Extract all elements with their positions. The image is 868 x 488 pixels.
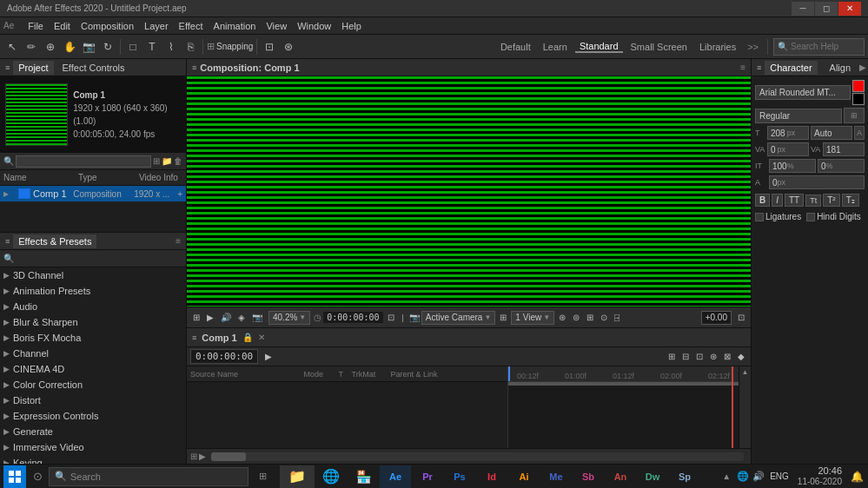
timecode-icon[interactable]: ◷	[314, 313, 321, 322]
help-search-input[interactable]	[791, 42, 860, 51]
menu-file[interactable]: File	[23, 17, 49, 35]
view-dropdown[interactable]: 1 View ▼	[511, 311, 554, 325]
hidden-icons-btn[interactable]: ▲	[719, 468, 733, 485]
hand-tool[interactable]: ✋	[61, 38, 78, 56]
notification-btn[interactable]: 🔔	[849, 465, 865, 488]
hindi-checkbox[interactable]	[806, 213, 815, 221]
brush-tool[interactable]: ⌇	[162, 38, 180, 56]
menu-window[interactable]: Window	[292, 17, 336, 35]
minimize-button[interactable]: ─	[792, 2, 814, 16]
pen-tool[interactable]: ✏	[23, 38, 40, 56]
effects-cat-3d-channel[interactable]: ▶ Animation Presets	[0, 283, 186, 299]
char-panel-menu[interactable]: ≡	[757, 63, 761, 72]
taskbar-ps[interactable]: Ps	[444, 465, 475, 488]
workspace-standard[interactable]: Standard	[575, 41, 623, 53]
comp-viewer-pin[interactable]: ≡	[740, 63, 745, 72]
timeline-close[interactable]: ✕	[258, 333, 265, 342]
file-add-btn[interactable]: +	[177, 189, 182, 199]
ligatures-check[interactable]: Ligatures	[755, 212, 801, 221]
effects-cat-color-correction[interactable]: ▶ Color Correction	[0, 377, 186, 392]
help-search-container[interactable]: 🔍	[773, 38, 865, 56]
tab-effects[interactable]: Effects & Presets	[13, 234, 96, 248]
effects-cat-blur-sharpen[interactable]: ▶ Blur & Sharpen	[0, 314, 186, 330]
camera-icon[interactable]: 📷	[409, 313, 420, 322]
color-correct-btn[interactable]: ⊙	[598, 313, 610, 322]
taskbar-explorer[interactable]: 📁	[280, 465, 315, 488]
workspace-small-screen[interactable]: Small Screen	[626, 42, 692, 52]
menu-composition[interactable]: Composition	[76, 17, 139, 35]
sound-btn[interactable]: 🔊	[218, 313, 234, 322]
effects-cat-cinema4d[interactable]: ▶ CINEMA 4D	[0, 361, 186, 377]
effects-cat-keying[interactable]: ▶ Keying	[0, 455, 186, 464]
effects-cat-expression-controls[interactable]: ▶ Expression Controls	[0, 408, 186, 424]
rotate-tool[interactable]: ↻	[99, 38, 116, 56]
smallcaps-btn[interactable]: Tt	[805, 195, 821, 207]
tl-scrollbar[interactable]	[211, 452, 744, 461]
taskbar-ai[interactable]: Ai	[508, 465, 540, 488]
tl-bottom-btn1[interactable]: ⊞	[190, 452, 197, 461]
taskbar-me[interactable]: Me	[540, 465, 572, 488]
effects-cat-audio[interactable]: ▶ Audio	[0, 299, 186, 314]
project-filter-icon[interactable]: ⊞	[153, 156, 160, 166]
tl-trim-btn[interactable]: ⊡	[693, 352, 706, 361]
effects-cat-distort[interactable]: ▶ Distort	[0, 392, 186, 408]
menu-layer[interactable]: Layer	[139, 17, 174, 35]
zoom-dropdown[interactable]: 40.2% ▼	[268, 311, 310, 325]
taskbar-id[interactable]: Id	[476, 465, 507, 488]
project-panel-menu[interactable]: ≡	[5, 63, 10, 72]
hindi-digits-check[interactable]: Hindi Digits	[806, 212, 861, 221]
effects-cat-animation-presets[interactable]: ▶ 3D Channel	[0, 267, 186, 283]
project-search-input[interactable]	[16, 155, 151, 168]
comp-expand-btn[interactable]: ⊡	[735, 313, 747, 322]
stroke-color-swatch[interactable]	[852, 93, 865, 105]
language-indicator[interactable]: ENG	[768, 472, 791, 481]
italic-btn[interactable]: I	[772, 194, 783, 207]
taskbar-ae[interactable]: Ae	[380, 465, 411, 488]
tl-keyframe-btn[interactable]: ◆	[735, 352, 747, 361]
snap-comp-btn[interactable]: ⊡	[385, 313, 397, 322]
close-button[interactable]: ✕	[838, 2, 861, 16]
rect-tool[interactable]: □	[124, 38, 142, 56]
taskbar-edge[interactable]: 🌐	[315, 465, 347, 488]
tl-timecode[interactable]: 0:00:00:00	[190, 349, 258, 364]
text-tool[interactable]: T	[143, 38, 161, 56]
taskbar-store[interactable]: 🏪	[348, 465, 379, 488]
effects-cat-immersive-video[interactable]: ▶ Immersive Video	[0, 439, 186, 455]
tl-collapse-btn[interactable]: ▲	[742, 368, 749, 376]
taskbar-an[interactable]: An	[605, 465, 636, 488]
transparency-btn[interactable]: ⊛	[556, 313, 568, 322]
zoom-tool[interactable]: ⊕	[42, 38, 59, 56]
taskbar-pr[interactable]: Pr	[412, 465, 443, 488]
tracking-input[interactable]: 181	[823, 142, 865, 156]
camera-dropdown[interactable]: Active Camera ▼	[421, 311, 496, 325]
grid-btn[interactable]: ⊞	[584, 313, 596, 322]
clock-display[interactable]: 20:46 11-06-2020	[794, 465, 845, 487]
camera-tool[interactable]: 📷	[80, 38, 97, 56]
tl-play-btn[interactable]: ▶	[261, 352, 276, 361]
expand-arrow-comp1[interactable]: ▶	[3, 188, 16, 200]
menu-effect[interactable]: Effect	[174, 17, 209, 35]
start-button[interactable]	[3, 465, 26, 488]
font-style-field[interactable]: Regular	[755, 109, 842, 123]
effects-cat-boris[interactable]: ▶ Boris FX Mocha	[0, 330, 186, 346]
h-scale-input[interactable]: 100 %	[769, 159, 816, 173]
menu-view[interactable]: View	[261, 17, 292, 35]
region-interest-btn[interactable]: ⊜	[570, 313, 582, 322]
taskbar-dw[interactable]: Dw	[637, 465, 668, 488]
menu-edit[interactable]: Edit	[49, 17, 76, 35]
tab-character[interactable]: Character	[765, 61, 817, 75]
leading-input-container[interactable]: Auto	[811, 126, 852, 140]
clone-tool[interactable]: ⎘	[182, 38, 199, 56]
file-row-comp1[interactable]: ▶ Comp 1 Composition 1920 x ... +	[0, 186, 186, 201]
tl-snap-btn[interactable]: ⊠	[721, 352, 733, 361]
reset-btn[interactable]: ⊞	[190, 313, 202, 322]
allcaps-btn[interactable]: TT	[785, 194, 804, 207]
workspace-learn[interactable]: Learn	[539, 42, 572, 52]
project-delete[interactable]: 🗑	[174, 156, 182, 166]
preview-play-btn[interactable]: ▶	[204, 313, 216, 322]
tl-lift-btn[interactable]: ⊞	[666, 352, 678, 361]
timecode-value[interactable]: 0:00:00:00	[323, 312, 382, 323]
tab-effect-controls[interactable]: Effect Controls	[57, 61, 130, 75]
restore-button[interactable]: ◻	[815, 2, 838, 16]
subscript-btn[interactable]: T₂	[842, 194, 859, 207]
